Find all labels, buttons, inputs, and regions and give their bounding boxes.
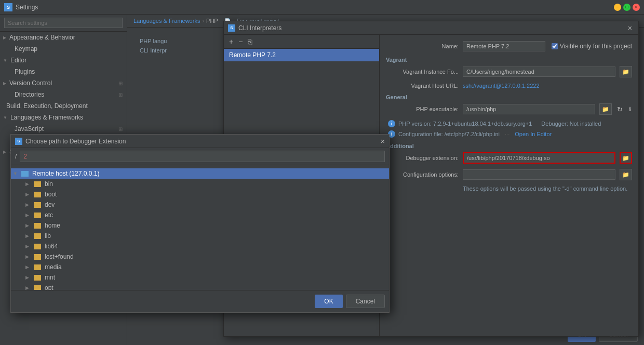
path-separator-label: /	[15, 153, 17, 160]
cli-dialog-icon: S	[228, 24, 235, 32]
config-options-row: Configuration options: 📁	[386, 169, 632, 180]
folder-icon	[34, 264, 41, 270]
visible-only-label: Visible only for this project	[560, 43, 632, 50]
tree-item-label: boot	[45, 191, 57, 198]
tree-item-home[interactable]: ▶ home	[21, 220, 389, 231]
info-icon: i	[388, 120, 395, 127]
sidebar-item-label: Editor	[10, 57, 26, 64]
tree-expand-arrow: ▼	[13, 171, 19, 176]
tree-item-lib64[interactable]: ▶ lib64	[21, 241, 389, 251]
config-options-browse-button[interactable]: 📁	[620, 169, 632, 180]
sidebar-item-directories[interactable]: Directories ⊞	[0, 89, 127, 100]
settings-icon: S	[4, 3, 12, 11]
search-input[interactable]	[4, 18, 123, 28]
tree-arrow: ▶	[25, 192, 32, 197]
folder-icon	[34, 202, 41, 208]
cli-remove-button[interactable]: −	[236, 37, 245, 46]
general-section-header: General	[386, 94, 632, 100]
sidebar-item-label: Version Control	[9, 79, 52, 87]
cli-copy-button[interactable]: ⎘	[246, 37, 254, 46]
tree-item-label: lib64	[45, 243, 58, 250]
tree-item-boot[interactable]: ▶ boot	[21, 189, 389, 200]
sidebar-item-build[interactable]: Build, Execution, Deployment	[0, 100, 127, 112]
config-file-row: i Configuration file: /etc/php/7.2/cli/p…	[386, 130, 632, 138]
folder-icon	[34, 192, 41, 197]
visible-only-checkbox[interactable]	[552, 43, 558, 49]
breadcrumb-php: PHP	[206, 18, 218, 24]
sidebar-item-keymap[interactable]: Keymap	[0, 43, 127, 55]
tree-item-label: opt	[45, 284, 53, 290]
tree-item-bin[interactable]: ▶ bin	[21, 179, 389, 189]
sidebar-item-editor[interactable]: ▼ Editor	[0, 55, 127, 66]
tree-item-label: lib	[45, 232, 51, 240]
additional-section-header: Additional	[386, 143, 632, 149]
config-hint-text: These options will be passed using the "…	[463, 185, 627, 192]
config-file-dots: ···	[505, 131, 509, 137]
path-input[interactable]	[20, 151, 385, 162]
tree-item-media[interactable]: ▶ media	[21, 262, 389, 272]
tree-root-item[interactable]: ▼ Remote host (127.0.0.1)	[11, 168, 389, 179]
vagrant-instance-browse-button[interactable]: 📁	[620, 66, 632, 77]
minimize-button[interactable]: −	[614, 4, 621, 11]
tree-item-label: mnt	[45, 274, 55, 281]
sidebar-item-javascript[interactable]: JavaScript ⊞	[0, 123, 127, 135]
php-exec-row: PHP executable: 📁 ↻ ℹ	[386, 103, 632, 115]
tree-item-lib[interactable]: ▶ lib	[21, 231, 389, 241]
cli-add-button[interactable]: +	[227, 37, 235, 46]
folder-icon	[34, 213, 41, 218]
folder-icon	[34, 254, 41, 260]
choose-path-cancel-button[interactable]: Cancel	[346, 295, 385, 308]
vagrant-host-row: Vagrant Host URL: ssh://vagrant@127.0.0.…	[386, 83, 632, 89]
cli-dialog-close-button[interactable]: ×	[626, 24, 634, 32]
close-button[interactable]: ×	[633, 4, 640, 11]
tree-item-label: dev	[45, 201, 55, 208]
maximize-button[interactable]: □	[623, 4, 630, 11]
php-version-row: i PHP version: 7.2.9-1+ubuntu18.04.1+deb…	[386, 120, 632, 127]
sidebar-item-version-control[interactable]: ▶ Version Control ⊞	[0, 77, 127, 89]
choose-path-ok-button[interactable]: OK	[315, 295, 342, 308]
choose-path-title: Choose path to Debugger Extension	[25, 138, 381, 145]
tree-item-etc[interactable]: ▶ etc	[21, 210, 389, 220]
tree-item-mnt[interactable]: ▶ mnt	[21, 272, 389, 283]
debugger-ext-input[interactable]	[463, 152, 615, 164]
breadcrumb-languages[interactable]: Languages & Frameworks	[133, 18, 200, 24]
vagrant-instance-row: Vagrant Instance Fo... 📁	[386, 66, 632, 77]
tree-arrow: ▶	[25, 233, 32, 238]
vagrant-instance-input[interactable]	[463, 67, 615, 77]
tree-item-dev[interactable]: ▶ dev	[21, 200, 389, 210]
tree-children: ▶ bin ▶ boot ▶ dev ▶ etc ▶	[11, 179, 389, 290]
php-exec-info-button[interactable]: ℹ	[628, 105, 632, 114]
sidebar-item-appearance[interactable]: ▶ Appearance & Behavior	[0, 32, 127, 43]
settings-titlebar: S Settings − □ ×	[0, 0, 644, 15]
sidebar-item-label: Languages & Frameworks	[10, 114, 83, 121]
sidebar-item-label: JavaScript	[15, 125, 44, 132]
tree-arrow: ▶	[25, 285, 32, 290]
config-options-input[interactable]	[463, 169, 615, 180]
tree-item-opt[interactable]: ▶ opt	[21, 283, 389, 290]
file-tree: ▼ Remote host (127.0.0.1) ▶ bin ▶ boot ▶…	[11, 165, 389, 290]
name-input[interactable]	[463, 41, 545, 51]
cli-toolbar: + − ⎘	[224, 35, 379, 49]
debugger-ext-browse-button[interactable]: 📁	[620, 152, 632, 164]
cli-interpreter-item[interactable]: Remote PHP 7.2	[224, 49, 379, 61]
sidebar-item-plugins[interactable]: Plugins	[0, 66, 127, 77]
remote-folder-icon	[21, 171, 29, 177]
vagrant-host-url[interactable]: ssh://vagrant@127.0.0.1:2222	[463, 83, 540, 89]
sidebar-item-languages[interactable]: ▼ Languages & Frameworks	[0, 112, 127, 123]
tree-arrow: ▶	[25, 275, 32, 280]
choose-path-dialog: S Choose path to Debugger Extension × / …	[10, 134, 390, 313]
tree-item-lost-found[interactable]: ▶ lost+found	[21, 251, 389, 262]
arrow-icon: ▶	[3, 81, 6, 86]
php-exec-refresh-button[interactable]: ↻	[616, 104, 624, 114]
choose-path-titlebar: S Choose path to Debugger Extension ×	[11, 135, 389, 148]
debugger-status-text: Debugger: Not installed	[541, 121, 601, 127]
choose-path-close-button[interactable]: ×	[381, 137, 385, 145]
php-exec-browse-button[interactable]: 📁	[599, 103, 612, 115]
arrow-icon: ▼	[3, 58, 7, 63]
folder-icon	[34, 233, 41, 239]
php-exec-input[interactable]	[463, 104, 595, 114]
folder-icon	[34, 275, 41, 281]
js-icon: ⊞	[118, 126, 123, 132]
config-options-label: Configuration options:	[386, 171, 459, 178]
open-in-editor-link[interactable]: Open In Editor	[515, 131, 552, 137]
